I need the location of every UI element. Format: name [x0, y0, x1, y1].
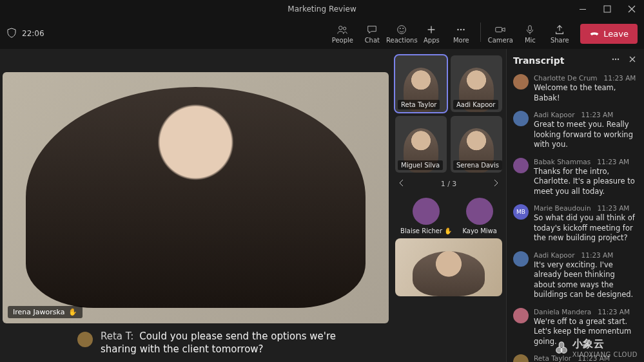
message-text: We're off to a great start. Let's keep t…	[534, 317, 638, 347]
leave-button[interactable]: Leave	[580, 24, 638, 44]
transcript-entry: Aadi Kapoor11:23 AMIt's very exciting. I…	[513, 251, 638, 300]
share-icon	[554, 24, 565, 35]
avatar	[513, 74, 529, 90]
author: Charlotte De Crum	[534, 74, 598, 82]
caption-speaker: Reta T:	[101, 330, 133, 342]
message-text: It's very exciting. I've already been th…	[534, 260, 638, 300]
transcript-entry: MBMarie Beaudouin11:23 AMSo what did you…	[513, 204, 638, 243]
gallery-prev[interactable]	[396, 178, 407, 190]
close-window-button[interactable]	[620, 0, 644, 18]
svg-point-4	[398, 25, 406, 33]
timestamp: 11:23 AM	[581, 111, 614, 119]
svg-rect-10	[496, 27, 502, 32]
video-tile[interactable]: Serena Davis	[451, 116, 502, 173]
people-button[interactable]: People	[328, 23, 356, 45]
author: Aadi Kapoor	[534, 251, 575, 259]
transcript-close-button[interactable]	[627, 54, 638, 66]
svg-point-2	[339, 26, 342, 29]
chat-icon	[366, 24, 378, 35]
avatar	[513, 111, 529, 126]
message-text: Great to meet you. Really looking forwar…	[534, 120, 638, 150]
titlebar: Marketing Review	[0, 0, 644, 18]
author: Aadi Kapoor	[534, 111, 575, 119]
maximize-button[interactable]	[595, 0, 620, 18]
tile-name: Miguel Silva	[398, 160, 443, 170]
share-button[interactable]: Share	[545, 23, 574, 45]
people-icon	[337, 24, 348, 35]
transcript-entry: Reta Taylor11:23 AMCould you please send…	[513, 354, 638, 362]
window-title: Marketing Review	[288, 5, 356, 14]
transcript-more-button[interactable]	[610, 54, 621, 66]
avatar	[513, 354, 529, 362]
avatar: MB	[513, 204, 529, 220]
svg-point-14	[618, 59, 619, 60]
avatar	[513, 308, 529, 323]
caption-avatar	[77, 332, 93, 347]
plus-icon	[425, 24, 437, 35]
minimize-button[interactable]	[571, 0, 595, 18]
svg-point-5	[400, 28, 401, 29]
gallery-page: 1 / 3	[441, 180, 457, 188]
call-duration: 22:06	[22, 29, 44, 38]
transcript-panel: Transcript Charlotte De Crum11:23 AMWelc…	[506, 49, 644, 362]
main-video[interactable]: Irena Jaworska ✋	[3, 72, 389, 323]
chat-button[interactable]: Chat	[358, 23, 386, 45]
camera-button[interactable]: Camera	[486, 23, 514, 45]
overflow-video-tile[interactable]	[395, 238, 502, 296]
video-tile[interactable]: Aadi Kapoor	[451, 55, 502, 112]
svg-point-6	[403, 28, 404, 29]
svg-point-3	[344, 27, 346, 30]
shield-icon	[6, 28, 17, 40]
avatar	[513, 251, 529, 267]
participant-gallery: Reta TaylorAadi KapoorMiguel SilvaSerena…	[391, 49, 506, 362]
avatar	[513, 158, 529, 173]
timestamp: 11:23 AM	[598, 204, 630, 212]
transcript-title: Transcript	[513, 55, 564, 66]
timestamp: 11:23 AM	[604, 74, 636, 82]
author: Reta Taylor	[534, 354, 571, 362]
message-text: Welcome to the team, Babak!	[534, 83, 638, 103]
transcript-entry: Aadi Kapoor11:23 AMGreat to meet you. Re…	[513, 111, 638, 150]
transcript-entry: Babak Shammas11:23 AMThanks for the intr…	[513, 158, 638, 197]
tile-name: Aadi Kapoor	[453, 100, 498, 110]
timestamp: 11:23 AM	[598, 308, 630, 316]
transcript-entry: Charlotte De Crum11:23 AMWelcome to the …	[513, 74, 638, 103]
svg-point-8	[460, 28, 462, 30]
svg-point-7	[458, 28, 460, 30]
participant-avatar[interactable]: Blaise Richer ✋	[400, 198, 452, 234]
reactions-button[interactable]: Reactions	[387, 23, 416, 45]
author: Daniela Mandera	[534, 308, 591, 316]
participant-avatar[interactable]: Kayo Miwa	[462, 198, 496, 234]
message-text: So what did you all think of today's kic…	[534, 213, 638, 243]
svg-rect-11	[529, 25, 532, 30]
more-icon	[455, 24, 467, 35]
main-nameplate: Irena Jaworska ✋	[8, 306, 83, 318]
smile-icon	[396, 24, 407, 35]
timestamp: 11:23 AM	[597, 158, 629, 166]
meeting-toolbar: 22:06 People Chat Reactions Apps More Ca…	[0, 18, 644, 49]
more-button[interactable]: More	[447, 23, 475, 45]
mic-button[interactable]: Mic	[516, 23, 544, 45]
message-text: Thanks for the intro, Charlotte. It's a …	[534, 167, 638, 197]
caption-text: Could you please send the options we're …	[101, 330, 336, 355]
timestamp: 11:23 AM	[581, 251, 614, 259]
mic-icon	[524, 24, 536, 35]
main-stage: Irena Jaworska ✋ Reta T: Could you pleas…	[0, 49, 391, 362]
raised-hand-icon: ✋	[68, 308, 77, 316]
video-tile[interactable]: Reta Taylor	[395, 55, 447, 112]
author: Marie Beaudouin	[534, 204, 591, 212]
svg-rect-1	[604, 6, 610, 12]
tile-name: Reta Taylor	[398, 100, 440, 110]
tile-name: Serena Davis	[453, 160, 502, 170]
svg-point-13	[615, 59, 616, 60]
gallery-next[interactable]	[491, 178, 501, 190]
timestamp: 11:23 AM	[578, 354, 610, 362]
hangup-icon	[589, 28, 600, 40]
svg-point-9	[463, 28, 465, 30]
apps-button[interactable]: Apps	[417, 23, 445, 45]
video-tile[interactable]: Miguel Silva	[395, 116, 447, 173]
live-caption: Reta T: Could you please send the option…	[0, 323, 391, 363]
svg-point-12	[612, 59, 614, 60]
author: Babak Shammas	[534, 158, 590, 166]
camera-icon	[494, 24, 506, 35]
